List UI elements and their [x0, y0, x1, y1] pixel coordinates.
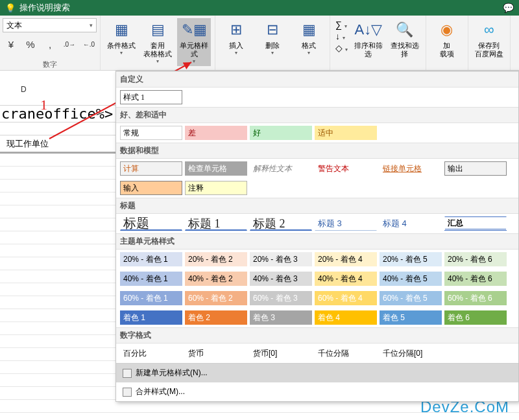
new-style-icon	[123, 369, 132, 378]
insert-icon: ⊞	[226, 19, 247, 40]
p20-accent6[interactable]: 20% - 着色 6	[444, 252, 507, 266]
title-3-style[interactable]: 标题 3	[315, 216, 377, 231]
p40-accent1[interactable]: 40% - 着色 1	[120, 272, 182, 286]
title-4-style[interactable]: 标题 4	[380, 216, 442, 231]
delete-button[interactable]: ⊟删除▾	[256, 18, 289, 58]
p40-accent2[interactable]: 40% - 着色 2	[185, 272, 247, 286]
conditional-format-icon: ▦	[111, 19, 132, 40]
bad-style[interactable]: 差	[185, 126, 247, 140]
number-group-label: 数字	[43, 60, 57, 69]
fill-button[interactable]: ↓ ▾	[335, 31, 348, 41]
cur0-style[interactable]: 货币[0]	[250, 346, 312, 360]
comma-style[interactable]: 千位分隔	[315, 346, 377, 360]
number-format-select[interactable]: 文本 ▾	[3, 18, 97, 32]
p20-accent4[interactable]: 20% - 着色 4	[315, 252, 377, 266]
merge-style-icon	[123, 388, 132, 397]
formula-cell[interactable]: craneoffice%>	[0, 106, 113, 122]
custom-section-header: 自定义	[116, 71, 518, 88]
cell-style-dropdown: 自定义 好、差和适中 常规 差 好 适中 数据和模型 计算 检查单元格 解释性文…	[115, 71, 519, 402]
currency-button[interactable]: ¥	[3, 37, 19, 51]
sort-filter-icon: A↓▽	[358, 19, 379, 40]
theme-section-header: 主题单元格样式	[116, 233, 518, 250]
editing-group: ∑ ▾ ↓ ▾ ◇ ▾ A↓▽排序和筛选 🔍查找和选择	[330, 16, 426, 70]
accent6[interactable]: 着色 6	[444, 310, 507, 325]
p40-accent5[interactable]: 40% - 着色 5	[380, 272, 442, 286]
tell-me-search[interactable]: 操作说明搜索	[19, 2, 70, 14]
p20-accent2[interactable]: 20% - 着色 2	[185, 252, 247, 266]
check-style[interactable]: 检查单元格	[185, 161, 247, 176]
title-2-style[interactable]: 标题 2	[250, 216, 312, 231]
accent2[interactable]: 着色 2	[185, 310, 247, 325]
cur-style[interactable]: 货币	[185, 346, 247, 360]
addins-button[interactable]: ◉加 载项	[430, 18, 464, 60]
merge-style-item[interactable]: 合并样式(M)...	[116, 382, 518, 401]
p60-accent6[interactable]: 60% - 着色 6	[444, 291, 507, 305]
data-model-section-header: 数据和模型	[116, 143, 518, 159]
format-button[interactable]: ▦格式▾	[292, 18, 326, 58]
conditional-format-button[interactable]: ▦ 条件格式▾	[104, 18, 138, 58]
table-format-button[interactable]: ▤ 套用 表格格式▾	[141, 18, 175, 66]
calc-style[interactable]: 计算	[120, 161, 182, 176]
input-style[interactable]: 输入	[120, 181, 182, 195]
p60-accent3[interactable]: 60% - 着色 3	[250, 291, 312, 305]
format-icon: ▦	[298, 19, 319, 40]
new-cell-style-item[interactable]: 新建单元格样式(N)...	[116, 364, 518, 382]
cells-group: ⊞插入▾ ⊟删除▾ ▦格式▾	[215, 16, 330, 70]
percent-button[interactable]: %	[22, 37, 39, 51]
sort-filter-button[interactable]: A↓▽排序和筛选	[352, 18, 385, 60]
p60-accent2[interactable]: 60% - 着色 2	[185, 291, 247, 305]
p60-accent1[interactable]: 60% - 着色 1	[120, 291, 182, 305]
title-main-style[interactable]: 标题	[120, 216, 182, 231]
title-section-header: 标题	[116, 198, 518, 214]
normal-style[interactable]: 常规	[120, 126, 182, 140]
cell-style-button[interactable]: ✎▦ 单元格样式▾	[177, 18, 211, 66]
baidu-icon: ∞	[479, 19, 500, 40]
accent1[interactable]: 着色 1	[120, 310, 182, 325]
p40-accent4[interactable]: 40% - 着色 4	[315, 272, 377, 286]
autosum-button[interactable]: ∑ ▾	[335, 19, 348, 30]
accent3[interactable]: 着色 3	[250, 310, 312, 325]
delete-icon: ⊟	[262, 19, 283, 40]
clear-button[interactable]: ◇ ▾	[335, 43, 348, 53]
title-1-style[interactable]: 标题 1	[185, 216, 247, 231]
accent5[interactable]: 着色 5	[380, 310, 442, 325]
comma0-style[interactable]: 千位分隔[0]	[380, 346, 442, 360]
find-select-button[interactable]: 🔍查找和选择	[388, 18, 422, 60]
note-style[interactable]: 注释	[185, 181, 247, 195]
addins-group: ◉加 载项	[426, 16, 468, 70]
summary-style[interactable]: 汇总	[444, 216, 507, 231]
numfmt-section-header: 数字格式	[116, 327, 518, 344]
pct-style[interactable]: 百分比	[120, 346, 182, 360]
p60-accent5[interactable]: 60% - 着色 5	[380, 291, 442, 305]
col-d-header[interactable]: D	[21, 85, 27, 94]
p60-accent4[interactable]: 60% - 着色 4	[315, 291, 377, 305]
good-style[interactable]: 好	[250, 126, 312, 140]
save-group: ∞保存到 百度网盘	[468, 16, 511, 70]
table-format-icon: ▤	[147, 19, 168, 40]
insert-button[interactable]: ⊞插入▾	[219, 18, 253, 58]
annotation-1: 1	[40, 97, 47, 113]
p40-accent3[interactable]: 40% - 着色 3	[250, 272, 312, 286]
p20-accent5[interactable]: 20% - 着色 5	[380, 252, 442, 266]
chevron-down-icon: ▾	[90, 22, 93, 29]
link-style[interactable]: 链接单元格	[380, 161, 442, 176]
title-bar: 💡 操作说明搜索 💬	[0, 0, 519, 16]
neutral-style[interactable]: 适中	[315, 126, 377, 140]
p40-accent6[interactable]: 40% - 着色 6	[444, 272, 507, 286]
good-bad-section-header: 好、差和适中	[116, 107, 518, 123]
accent4[interactable]: 着色 4	[315, 310, 377, 325]
addins-icon: ◉	[437, 19, 457, 40]
style-1-swatch[interactable]	[120, 90, 182, 104]
comment-icon[interactable]: 💬	[503, 3, 514, 13]
find-icon: 🔍	[394, 19, 415, 40]
styles-group: ▦ 条件格式▾ ▤ 套用 表格格式▾ ✎▦ 单元格样式▾	[101, 16, 215, 70]
comma-button[interactable]: ,	[42, 37, 58, 51]
save-baidu-button[interactable]: ∞保存到 百度网盘	[472, 18, 506, 60]
decrease-decimal-button[interactable]: ←.0	[80, 37, 97, 51]
increase-decimal-button[interactable]: .0→	[61, 37, 78, 51]
warn-style[interactable]: 警告文本	[315, 161, 377, 176]
explain-style[interactable]: 解释性文本	[250, 161, 312, 176]
p20-accent3[interactable]: 20% - 着色 3	[250, 252, 312, 266]
output-style[interactable]: 输出	[444, 161, 507, 176]
p20-accent1[interactable]: 20% - 着色 1	[120, 252, 182, 266]
